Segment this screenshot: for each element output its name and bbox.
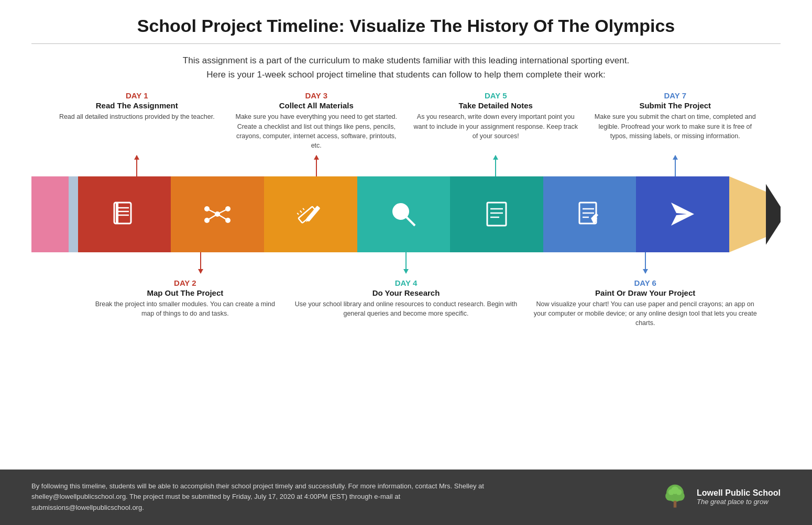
day7-label: DAY 7 <box>591 91 760 100</box>
day4-bottom-label: DAY 4 Do Your Research Use your school l… <box>287 278 526 328</box>
day2-title: Map Out The Project <box>89 288 281 297</box>
footer-text: By following this timeline, students wil… <box>31 481 503 513</box>
school-logo-icon <box>661 483 689 511</box>
main-title: School Project Timeline: Visualize The H… <box>31 16 781 36</box>
seg-orange <box>171 176 264 252</box>
page-wrapper: School Project Timeline: Visualize The H… <box>0 0 812 525</box>
day7-top-label: DAY 7 Submit The Project Make sure you s… <box>586 91 765 150</box>
conn-bottom-day4 <box>287 252 526 276</box>
day6-title: Paint Or Draw Your Project <box>531 288 760 297</box>
day3-label: DAY 3 <box>232 91 401 100</box>
pencil-dark <box>766 176 781 252</box>
svg-marker-30 <box>671 203 694 226</box>
day6-label: DAY 6 <box>531 278 760 287</box>
svg-line-15 <box>297 213 299 215</box>
svg-point-36 <box>668 489 674 495</box>
svg-point-37 <box>676 489 682 495</box>
conn-top-day5 <box>406 153 586 176</box>
school-tagline: The great place to grow <box>697 498 781 506</box>
conn-bottom-day2 <box>47 252 287 276</box>
day1-top-label: DAY 1 Read The Assignment Read all detai… <box>47 91 227 150</box>
day6-desc: Now visualize your chart! You can use pa… <box>531 299 760 328</box>
conn-top-day7 <box>586 153 765 176</box>
conn-top-day1 <box>47 153 227 176</box>
conn-top-day3 <box>227 153 407 176</box>
day3-desc: Make sure you have everything you need t… <box>232 112 401 150</box>
bottom-labels: DAY 2 Map Out The Project Break the proj… <box>31 278 781 328</box>
search-icon <box>388 198 419 230</box>
arrow-top-day3 <box>316 155 317 176</box>
seg-indigo <box>636 176 729 252</box>
day4-label: DAY 4 <box>292 278 521 287</box>
day3-title: Collect All Materials <box>232 101 401 110</box>
footer: By following this timeline, students wil… <box>0 470 812 525</box>
svg-line-17 <box>303 208 304 210</box>
day1-desc: Read all detailed instructions provided … <box>52 112 222 121</box>
day2-desc: Break the project into smaller modules. … <box>89 299 281 318</box>
day5-desc: As you research, write down every import… <box>411 112 580 140</box>
seg-pink <box>31 176 69 252</box>
pencil-tip <box>729 176 781 252</box>
day2-label: DAY 2 <box>89 278 281 287</box>
seg-teal <box>357 176 451 252</box>
subtitle-line2: Here is your 1-week school project timel… <box>206 70 606 80</box>
title-divider <box>31 43 781 44</box>
seg-orange2 <box>264 176 357 252</box>
title-section: School Project Timeline: Visualize The H… <box>31 16 781 82</box>
timeline-wrapper: DAY 1 Read The Assignment Read all detai… <box>31 91 781 328</box>
day4-desc: Use your school library and online resou… <box>292 299 521 318</box>
svg-line-13 <box>217 214 228 220</box>
network-icon <box>202 198 233 230</box>
seg-lightblue <box>69 176 78 252</box>
day2-bottom-label: DAY 2 Map Out The Project Break the proj… <box>47 278 287 328</box>
conn-bottom-day6 <box>525 252 765 276</box>
svg-line-10 <box>207 209 217 214</box>
day7-title: Submit The Project <box>591 101 760 110</box>
arrow-bottom-day4 <box>405 252 407 273</box>
subtitle: This assignment is a part of the curricu… <box>31 53 781 82</box>
main-content: School Project Timeline: Visualize The H… <box>0 0 812 459</box>
subtitle-line1: This assignment is a part of the curricu… <box>183 55 629 65</box>
day4-title: Do Your Research <box>292 288 521 297</box>
day5-top-label: DAY 5 Take Detailed Notes As you researc… <box>406 91 586 150</box>
svg-line-12 <box>207 214 217 220</box>
svg-line-11 <box>217 209 228 214</box>
send-icon <box>667 198 698 230</box>
arrow-top-day1 <box>136 155 137 176</box>
footer-brand: Lowell Public School The great place to … <box>661 483 781 511</box>
ruler-pencil-icon <box>295 198 326 230</box>
day3-top-label: DAY 3 Collect All Materials Make sure yo… <box>227 91 407 150</box>
seg-red <box>78 176 171 252</box>
arrow-bottom-day2 <box>200 252 201 273</box>
svg-line-16 <box>300 211 302 213</box>
pencil-yellow <box>729 176 766 252</box>
pencil-bar <box>31 176 781 252</box>
arrow-bottom-day6 <box>645 252 646 273</box>
book-icon <box>109 198 140 230</box>
day1-label: DAY 1 <box>52 91 222 100</box>
arrow-top-day7 <box>675 155 676 176</box>
day6-bottom-label: DAY 6 Paint Or Draw Your Project Now vis… <box>525 278 765 328</box>
edit-icon <box>574 198 606 230</box>
seg-teal2 <box>450 176 543 252</box>
school-name: Lowell Public School <box>697 488 781 498</box>
brand-text-block: Lowell Public School The great place to … <box>697 488 781 506</box>
svg-point-20 <box>393 204 408 219</box>
document-icon <box>481 198 512 230</box>
arrow-top-day5 <box>495 155 496 176</box>
svg-rect-22 <box>487 203 506 226</box>
svg-rect-34 <box>674 501 677 508</box>
svg-rect-1 <box>116 203 118 224</box>
day5-title: Take Detailed Notes <box>411 101 580 110</box>
seg-blue <box>543 176 637 252</box>
svg-line-21 <box>406 217 415 226</box>
connectors-bottom <box>31 252 781 276</box>
connectors-top <box>31 153 781 176</box>
day7-desc: Make sure you submit the chart on time, … <box>591 112 760 140</box>
day5-label: DAY 5 <box>411 91 580 100</box>
day1-title: Read The Assignment <box>52 101 222 110</box>
top-labels: DAY 1 Read The Assignment Read all detai… <box>31 91 781 150</box>
